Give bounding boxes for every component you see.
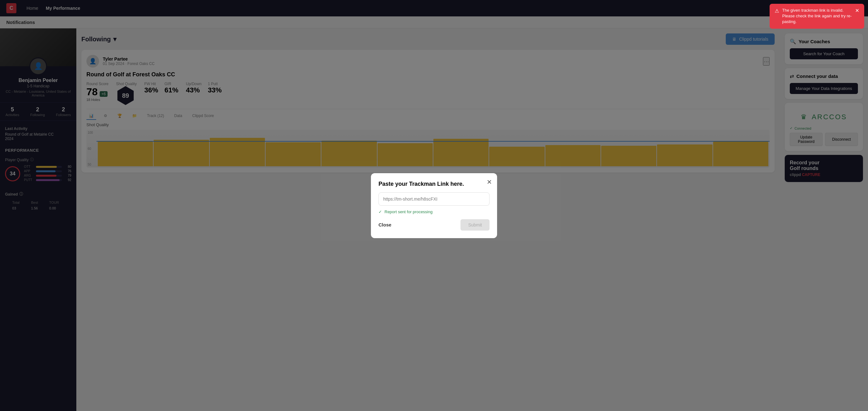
trackman-modal: Paste your Trackman Link here. ✕ ✓ Repor…: [371, 173, 497, 238]
modal-title: Paste your Trackman Link here.: [378, 181, 490, 187]
toast-warning-icon: ⚠: [775, 7, 779, 14]
modal-success-text: Report sent for processing: [384, 210, 432, 214]
modal-close-button[interactable]: Close: [378, 222, 392, 227]
modal-close-x-button[interactable]: ✕: [487, 178, 492, 186]
toast-close-icon[interactable]: ✕: [855, 7, 859, 14]
modal-success-message: ✓ Report sent for processing: [378, 210, 490, 214]
error-toast: ⚠ The given trackman link is invalid. Pl…: [770, 4, 864, 29]
modal-success-icon: ✓: [378, 210, 382, 214]
modal-overlay: Paste your Trackman Link here. ✕ ✓ Repor…: [0, 0, 868, 411]
toast-message: The given trackman link is invalid. Plea…: [782, 7, 852, 25]
modal-submit-button[interactable]: Submit: [461, 219, 490, 230]
modal-footer: Close Submit: [378, 219, 490, 230]
trackman-link-input[interactable]: [378, 192, 490, 205]
